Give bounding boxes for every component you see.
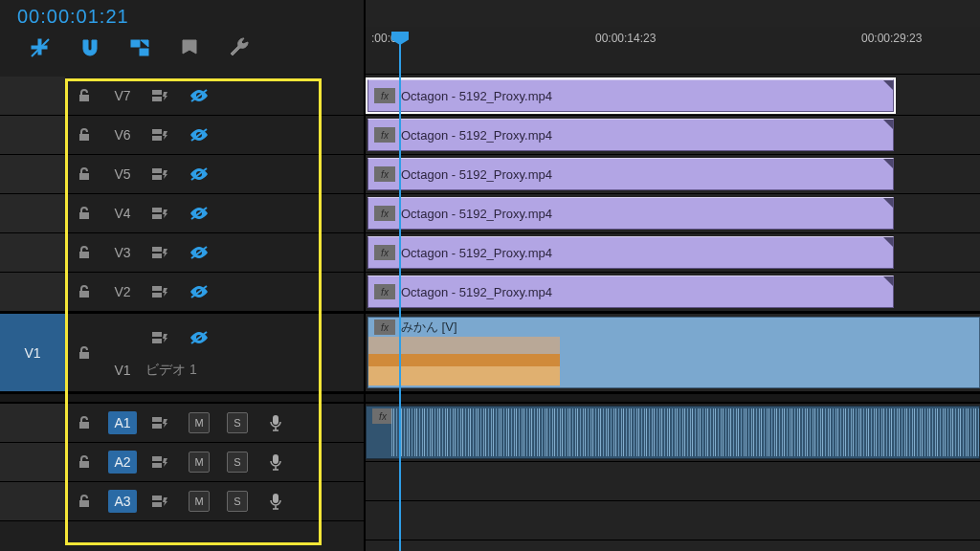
video-clip[interactable]: fxOctagon - 5192_Proxy.mp4 (368, 276, 894, 308)
lock-icon[interactable] (74, 85, 95, 106)
video-track-header[interactable]: V5 (0, 155, 364, 194)
lock-icon[interactable] (74, 124, 95, 145)
eye-off-icon[interactable] (189, 85, 210, 106)
fx-badge[interactable]: fx (374, 284, 395, 299)
mute-button[interactable]: M (189, 491, 210, 512)
track-label[interactable]: V2 (103, 284, 142, 299)
sync-lock-icon[interactable] (150, 242, 171, 263)
fx-badge[interactable]: fx (374, 166, 395, 182)
video-clip[interactable]: fxOctagon - 5192_Proxy.mp4 (368, 119, 894, 151)
eye-off-icon[interactable] (189, 327, 210, 348)
source-patch[interactable] (0, 233, 65, 272)
sync-lock-icon[interactable] (150, 164, 171, 185)
source-patch[interactable] (0, 273, 65, 311)
mute-button[interactable]: M (189, 452, 210, 473)
source-patch[interactable] (0, 155, 65, 193)
sync-lock-icon[interactable] (150, 203, 171, 224)
time-ruler[interactable]: :00:00 00:00:14:23 00:00:29:23 (366, 27, 980, 75)
voiceover-mic-icon[interactable] (265, 491, 286, 512)
lock-icon[interactable] (74, 412, 95, 433)
solo-button[interactable]: S (227, 412, 248, 433)
lock-icon[interactable] (74, 342, 95, 364)
sync-lock-icon[interactable] (150, 124, 171, 145)
svg-rect-4 (140, 49, 148, 55)
fx-badge[interactable]: fx (374, 88, 395, 103)
clip-area[interactable]: fxOctagon - 5192_Proxy.mp4 fxOctagon - 5… (366, 77, 980, 551)
voiceover-mic-icon[interactable] (265, 412, 286, 433)
track-label[interactable]: V6 (103, 127, 142, 143)
eye-off-icon[interactable] (189, 281, 210, 302)
track-label[interactable]: V7 (103, 88, 142, 103)
audio-track-header[interactable]: A2 M S (0, 443, 364, 482)
lock-icon[interactable] (74, 203, 95, 224)
eye-off-icon[interactable] (189, 203, 210, 224)
clip-dogear-icon (883, 120, 893, 129)
fx-badge[interactable]: fx (374, 127, 395, 143)
video-track-header[interactable]: V6 (0, 116, 364, 155)
track-label[interactable]: V4 (103, 206, 142, 221)
fx-badge[interactable]: fx (374, 245, 395, 260)
svg-rect-6 (152, 97, 162, 101)
track-target-badge[interactable]: A2 (108, 451, 136, 474)
lock-icon[interactable] (74, 452, 95, 473)
video-track-header-v1[interactable]: V1 V1 ビデオ 1 (0, 312, 364, 392)
solo-button[interactable]: S (227, 452, 248, 473)
sync-lock-icon[interactable] (150, 85, 171, 106)
sync-lock-icon[interactable] (150, 281, 171, 302)
source-patch[interactable] (0, 404, 65, 442)
timeline-area[interactable]: :00:00 00:00:14:23 00:00:29:23 fxOctagon… (364, 0, 980, 551)
video-track-header[interactable]: V7 (0, 77, 364, 116)
source-patch[interactable] (0, 116, 65, 154)
solo-button[interactable]: S (227, 491, 248, 512)
audio-track-header[interactable]: A3 M S (0, 482, 364, 521)
eye-off-icon[interactable] (189, 242, 210, 263)
video-clip[interactable]: fxOctagon - 5192_Proxy.mp4 (368, 236, 894, 269)
track-target-badge[interactable]: A3 (108, 490, 136, 513)
source-patch[interactable] (0, 443, 65, 481)
lock-icon[interactable] (74, 281, 95, 302)
linked-selection-icon[interactable] (128, 36, 151, 59)
fx-badge[interactable]: fx (374, 206, 395, 221)
source-patch[interactable] (0, 482, 65, 520)
marker-icon[interactable] (178, 36, 201, 59)
sync-lock-icon[interactable] (150, 327, 171, 348)
source-patch-v1[interactable]: V1 (0, 314, 65, 391)
audio-track-row[interactable] (366, 462, 980, 501)
snap-magnet-icon[interactable] (78, 36, 101, 59)
source-patch[interactable] (0, 77, 65, 115)
lock-icon[interactable] (74, 164, 95, 185)
fx-badge[interactable]: fx (374, 320, 395, 335)
insert-overwrite-icon[interactable] (29, 36, 52, 59)
source-patch[interactable] (0, 194, 65, 232)
video-track-header[interactable]: V4 (0, 194, 364, 233)
voiceover-mic-icon[interactable] (265, 452, 286, 473)
playhead[interactable] (399, 32, 401, 551)
video-clip[interactable]: fxOctagon - 5192_Proxy.mp4 (368, 79, 894, 112)
video-track-header[interactable]: V2 (0, 273, 364, 312)
audio-track-header[interactable]: A1 M S (0, 404, 364, 443)
video-clip[interactable]: fxOctagon - 5192_Proxy.mp4 (368, 158, 894, 190)
sequence-timecode[interactable]: 00:00:01:21 (17, 6, 129, 28)
sync-lock-icon[interactable] (150, 491, 171, 512)
eye-off-icon[interactable] (189, 164, 210, 185)
lock-icon[interactable] (74, 242, 95, 263)
fx-badge[interactable]: fx (372, 408, 393, 424)
audio-clip[interactable]: fx (366, 406, 980, 459)
video-clip-v1[interactable]: fxみかん [V] (368, 317, 980, 388)
track-label[interactable]: V5 (103, 166, 142, 182)
track-label[interactable]: V1 (103, 363, 142, 378)
audio-clip-row[interactable]: fx (366, 404, 980, 462)
settings-wrench-icon[interactable] (228, 36, 251, 59)
track-target-badge[interactable]: A1 (108, 411, 136, 434)
video-clip[interactable]: fxOctagon - 5192_Proxy.mp4 (368, 197, 894, 230)
track-label[interactable]: V3 (103, 245, 142, 260)
video-track-header[interactable]: V3 (0, 233, 364, 273)
lock-icon[interactable] (74, 491, 95, 512)
clip-dogear-icon (883, 80, 893, 90)
mute-button[interactable]: M (189, 412, 210, 433)
sync-lock-icon[interactable] (150, 412, 171, 433)
sync-lock-icon[interactable] (150, 452, 171, 473)
audio-track-row[interactable] (366, 501, 980, 540)
eye-off-icon[interactable] (189, 124, 210, 145)
track-name[interactable]: ビデオ 1 (142, 362, 197, 379)
